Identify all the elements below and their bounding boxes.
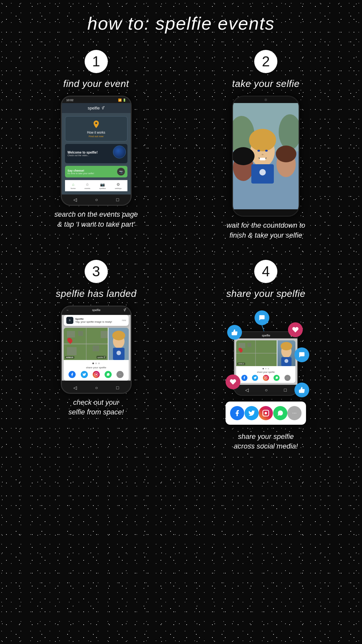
more-share-btn[interactable]: ··· xyxy=(116,371,124,378)
step3-screen: S Spelfie Yay, your spelfie image is rea… xyxy=(62,315,131,381)
step4-share-label: share your spelfie xyxy=(239,371,293,373)
find-out-link: Find out now xyxy=(69,135,124,138)
nav-home: ⌂ home xyxy=(71,182,76,189)
step4-back-btn: ◁ xyxy=(245,387,249,393)
step4-dot-active xyxy=(263,368,264,369)
float-thumbsup-icon-2 xyxy=(294,383,309,397)
step4-share-icons: ··· xyxy=(239,375,293,381)
app-name: spelfie xyxy=(88,106,100,110)
nav-events: ☆ events xyxy=(85,182,90,189)
step-1-number: 1 xyxy=(85,50,108,73)
selfie-svg xyxy=(233,103,299,209)
step4-phone: ← spelfie ⚥ xyxy=(234,331,298,396)
svg-point-6 xyxy=(249,129,276,151)
nav-spelfies-label: spelfies xyxy=(99,187,106,189)
share-section: share your spelfie xyxy=(64,360,129,381)
facebook-share-btn[interactable] xyxy=(69,371,76,378)
selfie-top-bar xyxy=(233,97,299,103)
float-chat-icon-1 xyxy=(255,310,269,325)
nav-spelfies: 📷 spelfies xyxy=(99,182,106,189)
step-3: 3 spelfie has landed ← spelfie ⚥ S Spelf… xyxy=(16,260,176,452)
step4-result-card: AIRBUS share your spelfie xyxy=(236,340,295,383)
step4-fb-btn[interactable] xyxy=(241,375,247,381)
float-chat-icon-2 xyxy=(294,347,309,362)
dot-2 xyxy=(95,363,97,364)
phone-status-bar: 10:02 📶 🔋 xyxy=(62,97,131,103)
step-3-title: spelfie has landed xyxy=(56,288,136,299)
steps-grid: 1 find your event 10:02 📶 🔋 spelfie ⚥ xyxy=(6,50,356,451)
svg-point-46 xyxy=(284,359,288,363)
step3-app-name: spelfie xyxy=(92,308,100,312)
step-1: 1 find your event 10:02 📶 🔋 spelfie ⚥ xyxy=(16,50,176,241)
share-dots xyxy=(66,363,126,364)
nav-settings-label: settings xyxy=(115,187,122,189)
step3-back-arrow: ← xyxy=(66,308,69,312)
instagram-share-btn[interactable] xyxy=(93,371,100,378)
svg-rect-24 xyxy=(101,331,108,338)
big-fb-btn[interactable] xyxy=(230,406,244,420)
back-btn: ◁ xyxy=(73,197,77,202)
big-tw-btn[interactable] xyxy=(245,406,259,420)
step4-phone-content: AIRBUS share your spelfie xyxy=(234,338,297,385)
step3-gender-icon: ⚥ xyxy=(124,308,126,312)
step4-big-share-card: ··· xyxy=(226,402,306,425)
svg-rect-41 xyxy=(239,343,245,348)
step3-home-btn: ○ xyxy=(95,385,98,390)
step-2-title: take your selfie xyxy=(232,78,300,89)
step3-share-label: share your spelfie xyxy=(66,366,126,369)
step4-home-bar: ◁ ○ □ xyxy=(234,385,297,395)
step4-visual-container: ← spelfie ⚥ xyxy=(221,306,311,428)
big-wa-btn[interactable] xyxy=(273,406,287,420)
svg-point-16 xyxy=(259,169,266,175)
step-4-number: 4 xyxy=(254,260,277,283)
recents-btn: □ xyxy=(116,197,119,202)
step4-map-area: AIRBUS xyxy=(236,340,295,366)
notif-message: Yay, your spelfie image is ready! xyxy=(75,320,112,323)
spelfies-icon: 📷 xyxy=(100,182,105,187)
svg-point-9 xyxy=(262,154,264,155)
step4-recents-btn: □ xyxy=(284,387,286,393)
step-2-phone xyxy=(232,96,300,217)
big-ig-btn[interactable] xyxy=(259,406,273,420)
selfie-bottom-bar xyxy=(233,209,299,216)
home-btn: ○ xyxy=(95,197,98,202)
step-4-desc: share your spelfie across social media! xyxy=(234,432,298,452)
notif-content: Spelfie Yay, your spelfie image is ready… xyxy=(75,317,112,323)
float-heart-icon-2 xyxy=(226,374,240,389)
earth-visual xyxy=(113,146,126,158)
say-cheese-bar: Say cheese! It's time to take your selfi… xyxy=(65,166,127,177)
nav-events-label: events xyxy=(85,187,90,189)
step-3-number: 3 xyxy=(85,260,108,283)
nav-home-label: home xyxy=(71,187,76,189)
welcome-sub: Check out the video... xyxy=(68,154,98,156)
whatsapp-share-btn[interactable] xyxy=(105,371,112,378)
svg-point-27 xyxy=(112,331,125,340)
step-1-title: find your event xyxy=(63,78,129,89)
welcome-banner: Welcome to spelfie! Check out the video.… xyxy=(65,144,127,163)
step-4: 4 share your spelfie xyxy=(186,260,346,452)
notif-time: now xyxy=(122,319,126,321)
notif-app-icon: S xyxy=(66,317,73,324)
step-2: 2 take your selfie xyxy=(186,50,346,241)
step4-more-btn[interactable]: ··· xyxy=(284,375,291,381)
step4-wa-btn[interactable] xyxy=(274,375,280,381)
svg-rect-20 xyxy=(67,331,75,337)
location-pin-icon xyxy=(92,120,101,129)
app-screen-1: How it works Find out now Welcome to spe… xyxy=(62,113,131,194)
spelfie-brand-label: spelfie ⚥ xyxy=(97,356,106,359)
selfie-image-area xyxy=(233,103,299,209)
settings-icon: ⚙ xyxy=(116,182,120,187)
step4-share-section: share your spelfie xyxy=(236,366,295,383)
step4-tw-btn[interactable] xyxy=(252,375,258,381)
spelfie-map-area: AIRBUS spelfie ⚥ xyxy=(64,328,129,360)
big-more-btn[interactable]: ··· xyxy=(287,406,302,420)
phone-icons: 📶 🔋 xyxy=(118,99,126,102)
svg-point-12 xyxy=(233,147,255,165)
home-icon: ⌂ xyxy=(72,182,74,187)
svg-rect-21 xyxy=(78,331,83,336)
step4-dot-2 xyxy=(265,368,266,369)
step-1-desc: search on the events page & tap 'I want … xyxy=(54,210,138,230)
svg-rect-22 xyxy=(67,347,77,355)
step4-ig-btn[interactable] xyxy=(263,375,269,381)
twitter-share-btn[interactable] xyxy=(81,371,88,378)
